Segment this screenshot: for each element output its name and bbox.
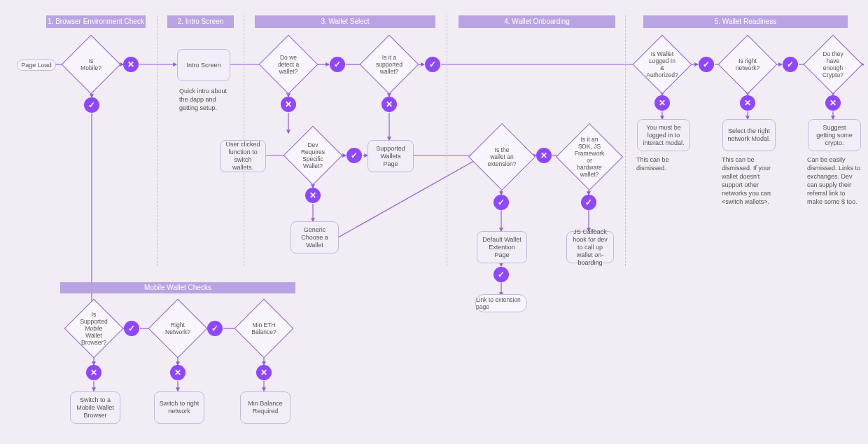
node-default-ext: Default Wallet Extention Page: [477, 231, 527, 263]
no-icon: ✕: [825, 95, 841, 111]
yes-icon: ✓: [783, 57, 798, 72]
yes-icon: ✓: [330, 57, 345, 72]
section-header-1: 1. Browser Environment Check: [46, 15, 146, 28]
yes-icon: ✓: [699, 57, 714, 72]
section-header-2: 2. Intro Screen: [167, 15, 234, 28]
section-header-4: 4. Wallet Onboarding: [458, 15, 615, 28]
decision-dev-specific: Dev Requires Specific Wallet?: [292, 134, 334, 176]
note-suggest-crypto: Can be easily dismissed. Links to exchan…: [807, 155, 862, 206]
node-m-switch-network: Switch to right network: [154, 391, 204, 424]
separator: [157, 15, 158, 266]
note-select-network: This can be dismissed. If your wallet do…: [722, 155, 776, 206]
yes-icon: ✓: [425, 57, 440, 72]
yes-icon: ✓: [493, 267, 509, 282]
node-m-switch-browser: Switch to a Mobile Wallet Browser: [70, 391, 120, 424]
no-icon: ✕: [281, 97, 296, 112]
no-icon: ✕: [86, 365, 102, 380]
decision-is-extension: Is the wallet an extension?: [478, 133, 526, 181]
note-intro: Quick intro about the dapp and getting s…: [179, 87, 234, 112]
no-icon: ✕: [256, 365, 272, 380]
node-m-min-balance: Min Balance Required: [240, 391, 290, 424]
node-js-callback: JS Callback hook for dev to call up wall…: [566, 231, 614, 263]
separator: [625, 15, 626, 266]
no-icon: ✕: [123, 57, 139, 72]
decision-enough-crypto: Do they have enough Crypto?: [812, 43, 854, 85]
decision-detect-wallet: Do we detect a wallet?: [267, 43, 309, 85]
decision-m-balance: Min ETH Balance?: [243, 307, 285, 349]
decision-m-supported: Is Supported Mobile Wallet Browser?: [73, 307, 115, 349]
decision-is-sdk: Is it an SDK, JS Framework or hardware w…: [566, 133, 613, 181]
decision-right-network: Is right network?: [727, 43, 769, 85]
node-page-load: Page Load: [17, 60, 56, 71]
no-icon: ✕: [305, 188, 321, 203]
yes-icon: ✓: [207, 321, 223, 336]
node-user-switch: User clicked function to switch wallets.: [220, 140, 266, 172]
node-link-ext: Link to extension page: [475, 294, 527, 312]
node-must-login: You must be logged in to interact modal.: [637, 119, 690, 151]
yes-icon: ✓: [581, 195, 596, 210]
decision-is-mobile: Is Mobile?: [70, 43, 112, 85]
decision-supported-wallet: Is it a supported wallet?: [368, 43, 410, 85]
note-must-login: This can be dismissed.: [636, 155, 691, 172]
node-supported-page: Supported Wallets Page: [368, 140, 414, 172]
decision-logged-in: Is Wallet Logged In & Authorized?: [641, 43, 683, 85]
decision-m-network: Right Network?: [157, 307, 199, 349]
node-intro-screen: Intro Screen: [177, 49, 230, 81]
yes-icon: ✓: [493, 195, 509, 210]
section-header-3: 3. Wallet Select: [255, 15, 435, 28]
no-icon: ✕: [654, 95, 670, 111]
section-header-5: 5. Wallet Readiness: [643, 15, 848, 28]
no-icon: ✕: [382, 97, 397, 112]
separator: [447, 15, 447, 266]
node-generic-choose: Generic Choose a Wallet: [290, 221, 339, 254]
node-suggest-crypto: Suggest getting some crypto.: [808, 119, 861, 151]
no-icon: ✕: [170, 365, 186, 380]
yes-icon: ✓: [84, 97, 99, 113]
section-header-mobile: Mobile Wallet Checks: [60, 282, 295, 293]
yes-icon: ✓: [124, 321, 139, 336]
no-icon: ✕: [740, 95, 755, 111]
yes-icon: ✓: [346, 148, 362, 163]
no-icon: ✕: [536, 148, 552, 163]
node-select-network: Select the right network Modal.: [722, 119, 776, 151]
